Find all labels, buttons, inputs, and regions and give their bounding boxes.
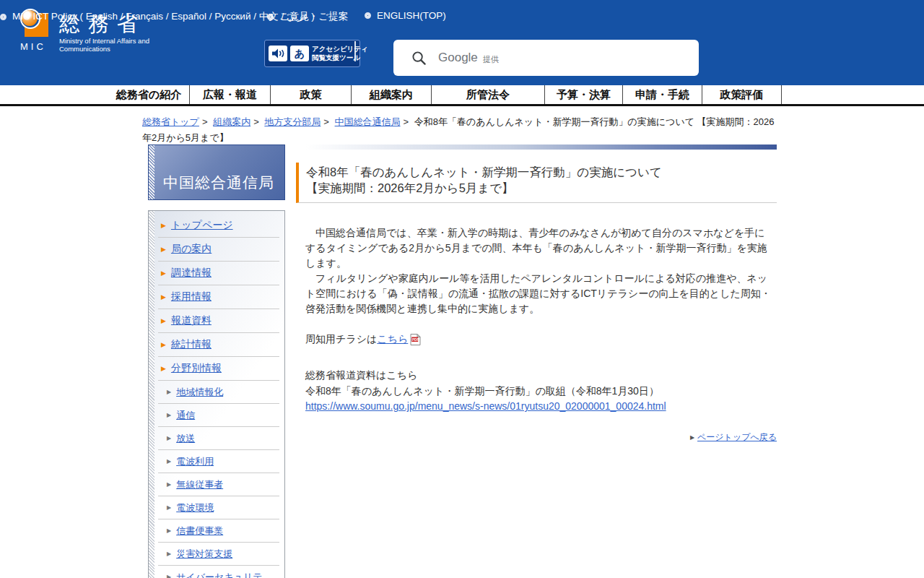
breadcrumb-links: 総務省トップ> 組織案内> 地方支分部局> 中国総合通信局>	[142, 116, 414, 127]
triangle-icon	[161, 246, 166, 253]
nav-item[interactable]: 総務省の紹介	[108, 85, 190, 104]
sidebar-menu-link[interactable]: 採用情報	[171, 290, 212, 303]
triangle-icon	[161, 294, 166, 301]
breadcrumb-link[interactable]: 組織案内	[213, 116, 250, 127]
breadcrumb-link[interactable]: 総務省トップ	[142, 116, 199, 127]
back-to-top: ページトップへ戻る	[305, 431, 777, 444]
press-url-link[interactable]: https://www.soumu.go.jp/menu_news/s-news…	[305, 400, 666, 412]
svg-text:PDF: PDF	[412, 337, 419, 341]
sidebar-submenu-item[interactable]: 電波環境	[158, 496, 279, 519]
sidebar-menu-link[interactable]: トップページ	[171, 219, 233, 232]
sidebar-menu-item[interactable]: 分野別情報	[158, 357, 279, 381]
nav-item[interactable]: 組織案内	[352, 85, 432, 104]
sidebar-submenu-link[interactable]: 災害対策支援	[176, 548, 232, 561]
flyer-text: 周知用チラシは	[305, 332, 377, 347]
triangle-icon	[161, 318, 166, 324]
pdf-icon: PDF	[410, 334, 421, 345]
triangle-icon	[167, 459, 171, 465]
triangle-icon	[167, 551, 171, 557]
sidebar-submenu-link[interactable]: 電波利用	[176, 455, 214, 468]
breadcrumb-separator: >	[404, 116, 409, 127]
nav-item[interactable]: 申請・手続	[623, 85, 702, 104]
sidebar-submenu-link[interactable]: 信書便事業	[176, 525, 223, 538]
sidebar-submenu-item[interactable]: 信書便事業	[158, 519, 279, 543]
kana-icon-glyph: あ	[295, 48, 305, 59]
header-utility-links: ご意見・ご提案 ENGLISH(TOP) MIC ICT Policy ( En…	[0, 10, 924, 26]
sidebar-submenu-item[interactable]: 無線従事者	[158, 473, 279, 496]
flyer-link[interactable]: こちら	[377, 332, 408, 347]
paragraph: フィルタリングや家庭内ルール等を活用したペアレンタルコントロールによる対応の推進…	[305, 271, 775, 316]
sidebar-menu-item[interactable]: 統計情報	[158, 333, 279, 357]
sidebar-submenu-item[interactable]: 通信	[158, 404, 279, 427]
sidebar-title: 中国総合通信局	[148, 144, 285, 200]
triangle-icon	[167, 505, 171, 511]
nav-item[interactable]: 所管法令	[432, 85, 545, 104]
sidebar-submenu-item[interactable]: サイバーセキュリテ	[158, 566, 279, 578]
header-utility-link[interactable]: MIC ICT Policy ( English / Français / Es…	[0, 10, 315, 23]
press-line1: 総務省報道資料はこちら	[305, 369, 417, 381]
breadcrumb-link[interactable]: 中国総合通信局	[335, 116, 401, 127]
sidebar-menu-item[interactable]: 局の案内	[158, 238, 279, 262]
mic-logo-acronym: MIC	[20, 41, 46, 52]
ring-icon	[365, 12, 371, 19]
sidebar-submenu-link[interactable]: 放送	[176, 432, 195, 445]
gradient-bar	[296, 144, 777, 150]
breadcrumb-link[interactable]: 地方支分部局	[264, 116, 321, 127]
back-to-top-link[interactable]: ページトップへ戻る	[697, 432, 777, 442]
accessibility-label-line1: アクセシビリティ	[312, 45, 368, 53]
sidebar-submenu-link[interactable]: 地域情報化	[176, 386, 223, 399]
sidebar-submenu-link[interactable]: 通信	[176, 409, 195, 422]
triangle-icon	[690, 434, 694, 441]
sidebar-menu-item[interactable]: 調達情報	[158, 262, 279, 285]
triangle-icon	[161, 223, 166, 229]
triangle-icon	[167, 436, 171, 441]
page: MIC 総務省 Ministry of Internal Affairs and…	[0, 0, 924, 578]
sidebar-submenu-link[interactable]: 電波環境	[176, 501, 214, 514]
breadcrumb: 総務省トップ> 組織案内> 地方支分部局> 中国総合通信局> 令和8年「春のあん…	[142, 114, 779, 146]
search-icon	[411, 51, 427, 66]
sidebar-submenu-link[interactable]: 無線従事者	[176, 478, 223, 491]
nav-item[interactable]: 政策評価	[702, 85, 782, 104]
header-utility-link-label: MIC ICT Policy ( English / Français / Es…	[12, 10, 315, 23]
triangle-icon	[167, 528, 171, 534]
triangle-icon	[167, 389, 171, 395]
sidebar-menu-link[interactable]: 調達情報	[171, 267, 212, 280]
sidebar-menu-item[interactable]: 報道資料	[158, 309, 279, 333]
sidebar-menu-link[interactable]: 報道資料	[171, 314, 212, 327]
body-text: 中国総合通信局では、卒業・新入学の時期は、青少年のみなさんが初めて自分のスマホな…	[305, 225, 775, 316]
sidebar-submenu-item[interactable]: 電波利用	[158, 450, 279, 473]
page-title-line1: 令和8年「春のあんしんネット・新学期一斉行動」の実施について	[306, 165, 662, 178]
triangle-icon	[161, 270, 166, 277]
triangle-icon	[161, 366, 166, 372]
nav-item[interactable]: 予算・決算	[545, 85, 623, 104]
press-line2: 令和8年「春のあんしんネット・新学期一斉行動」の取組（令和8年1月30日）	[305, 385, 659, 397]
sidebar-menu-link[interactable]: 局の案内	[171, 243, 212, 256]
header-divider	[354, 41, 356, 61]
sidebar-primary-menu: トップページ 局の案内 調達情報 採用情報	[149, 214, 284, 381]
accessibility-label-line2: 閲覧支援ツール	[312, 53, 360, 61]
nav-item[interactable]: 政策	[271, 85, 352, 104]
search-provided-by-label: 提供	[483, 51, 499, 65]
sidebar-menu-item[interactable]: トップページ	[158, 214, 279, 238]
sidebar-menu-item[interactable]: 採用情報	[158, 285, 279, 309]
accessibility-tool-button[interactable]: あ アクセシビリティ 閲覧支援ツール	[264, 40, 360, 67]
sidebar-submenu-link[interactable]: サイバーセキュリテ	[176, 571, 262, 578]
sidebar-menu: トップページ 局の案内 調達情報 採用情報	[148, 210, 285, 578]
sidebar: 中国総合通信局 トップページ 局の案内 調達情報	[148, 144, 285, 578]
sidebar-submenu-item[interactable]: 地域情報化	[158, 381, 279, 404]
header-utility-link[interactable]: ENGLISH(TOP)	[365, 10, 446, 21]
search-input[interactable]: Google 提供	[393, 40, 699, 76]
sidebar-submenu-item[interactable]: 災害対策支援	[158, 543, 279, 566]
sidebar-sub-menu: 地域情報化 通信 放送 電波利用	[149, 381, 284, 578]
global-nav-grid: 総務省の紹介 広報・報道 政策 組織案内 所管法令 予算・決算 申請・手続 政策…	[108, 85, 924, 104]
nav-item[interactable]: 広報・報道	[190, 85, 271, 104]
sidebar-submenu-item[interactable]: 放送	[158, 427, 279, 450]
triangle-icon	[167, 413, 171, 418]
sidebar-menu-link[interactable]: 分野別情報	[171, 362, 222, 375]
main-content: 令和8年「春のあんしんネット・新学期一斉行動」の実施について 【実施期間：202…	[296, 144, 777, 444]
triangle-icon	[167, 574, 171, 578]
sidebar-menu-link[interactable]: 統計情報	[171, 338, 212, 351]
header-utility-link-label: ENGLISH(TOP)	[377, 10, 446, 21]
accessibility-tool-label: アクセシビリティ 閲覧支援ツール	[312, 45, 368, 62]
page-title-line2: 【実施期間：2026年2月から5月まで】	[306, 181, 514, 194]
